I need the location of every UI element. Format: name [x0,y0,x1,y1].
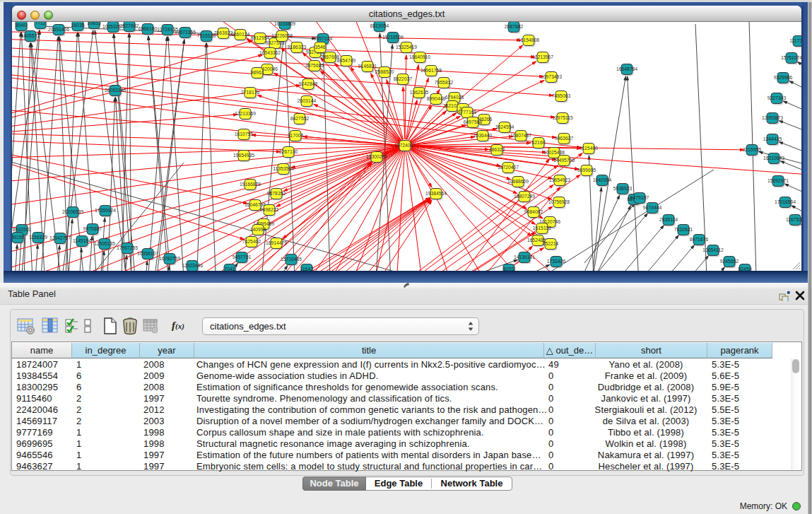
svg-text:15716485: 15716485 [281,257,302,262]
svg-text:20206535: 20206535 [62,209,83,214]
svg-text:1733426: 1733426 [547,259,566,264]
svg-text:7625402: 7625402 [242,239,261,244]
svg-text:1167533: 1167533 [786,217,801,222]
svg-text:16782759: 16782759 [159,256,180,261]
svg-text:9975867: 9975867 [83,226,102,231]
svg-text:486322: 486322 [489,147,505,152]
svg-text:1610755: 1610755 [235,132,254,136]
svg-text:1405571: 1405571 [21,33,40,38]
svg-text:8878352: 8878352 [267,191,286,196]
svg-text:8293: 8293 [503,267,514,271]
svg-text:11642: 11642 [300,267,314,271]
svg-text:18807249: 18807249 [514,194,535,199]
svg-text:1145194: 1145194 [73,238,91,243]
svg-text:2935114: 2935114 [659,217,678,222]
svg-text:16648784: 16648784 [616,66,637,71]
svg-text:16154808: 16154808 [518,37,539,42]
svg-text:16035: 16035 [71,23,85,28]
svg-text:10756928: 10756928 [548,199,570,204]
svg-text:7041: 7041 [224,267,235,271]
svg-text:16210643: 16210643 [763,156,784,160]
svg-text:12213369: 12213369 [235,111,256,116]
svg-text:17359924: 17359924 [95,208,116,213]
svg-text:12923446: 12923446 [182,263,203,268]
svg-text:7632621: 7632621 [674,227,693,232]
svg-text:12975115: 12975115 [552,115,573,120]
svg-text:15751074: 15751074 [781,55,801,60]
svg-text:2718176: 2718176 [241,90,260,95]
svg-text:10688609: 10688609 [507,179,529,184]
svg-text:9084067: 9084067 [524,209,543,214]
svg-text:15325419: 15325419 [396,45,417,49]
svg-text:2536440: 2536440 [473,133,493,138]
svg-text:9777169: 9777169 [458,110,477,115]
svg-text:3624554: 3624554 [495,124,514,129]
svg-text:16914479: 16914479 [266,240,287,245]
svg-text:1362635: 1362635 [410,90,429,95]
svg-text:9245652: 9245652 [720,259,739,264]
svg-text:7955812: 7955812 [435,80,454,85]
svg-text:9227343: 9227343 [767,95,787,100]
svg-text:16543362: 16543362 [259,50,281,55]
svg-text:8813054: 8813054 [370,23,389,28]
svg-text:8186323: 8186323 [288,45,307,49]
svg-text:1244415: 1244415 [763,136,782,141]
svg-text:10671355: 10671355 [175,30,196,35]
svg-text:8933501: 8933501 [13,227,32,232]
svg-text:18300295: 18300295 [366,154,387,159]
svg-text:39159: 39159 [12,235,25,240]
svg-text:3267130: 3267130 [279,149,298,154]
svg-text:3875685: 3875685 [305,63,324,68]
svg-text:6479197: 6479197 [630,195,649,200]
svg-text:14136141: 14136141 [514,255,535,259]
svg-text:10807487: 10807487 [510,133,531,138]
svg-text:15692971: 15692971 [767,178,789,183]
svg-text:8940: 8940 [16,23,26,28]
svg-text:9860124: 9860124 [231,32,250,37]
svg-text:1527602: 1527602 [120,23,139,28]
svg-text:10853: 10853 [88,22,101,25]
svg-text:19218506: 19218506 [382,35,404,40]
svg-text:9115460: 9115460 [579,146,598,151]
svg-text:9498222: 9498222 [260,207,279,212]
svg-text:252214: 252214 [543,241,559,246]
svg-text:17957255: 17957255 [117,245,138,250]
svg-text:1615152: 1615152 [533,226,552,230]
svg-text:10654112: 10654112 [702,247,724,252]
svg-text:18640910: 18640910 [409,54,430,59]
svg-text:8427552: 8427552 [290,116,310,121]
svg-text:16961758: 16961758 [420,68,442,73]
svg-text:19654923: 19654923 [549,177,570,182]
svg-text:19384554: 19384554 [425,191,447,196]
svg-text:1640954: 1640954 [593,177,612,182]
svg-text:7712: 7712 [35,22,45,25]
svg-text:8822037: 8822037 [394,76,413,81]
svg-text:20691406: 20691406 [48,27,69,32]
svg-text:7515526: 7515526 [197,33,216,38]
svg-text:82450: 82450 [739,267,752,271]
svg-text:12093873: 12093873 [762,115,783,120]
svg-text:2588520: 2588520 [375,69,394,74]
svg-text:8471676: 8471676 [690,237,709,242]
svg-text:10973493: 10973493 [541,74,562,79]
svg-text:14495796: 14495796 [553,158,575,163]
svg-text:17016504: 17016504 [775,199,796,204]
svg-text:26053346: 26053346 [105,88,126,93]
svg-text:18724007: 18724007 [394,143,416,148]
svg-text:9146821: 9146821 [358,64,377,69]
svg-text:140994: 140994 [250,227,266,232]
svg-text:3546: 3546 [314,45,325,49]
svg-text:19654935: 19654935 [233,153,254,158]
svg-text:12213967: 12213967 [532,54,553,59]
svg-text:9242848: 9242848 [299,81,318,86]
svg-text:15720407: 15720407 [498,165,519,170]
svg-text:16033809: 16033809 [274,22,295,26]
svg-text:6966160: 6966160 [139,26,158,31]
svg-text:12505135: 12505135 [94,241,115,246]
svg-text:7663822: 7663822 [214,30,233,35]
svg-text:11353594: 11353594 [273,166,294,171]
svg-text:317004: 317004 [288,133,304,138]
svg-text:9463627: 9463627 [555,136,574,141]
svg-text:2603144: 2603144 [298,98,317,103]
svg-text:19166829: 19166829 [240,182,261,187]
